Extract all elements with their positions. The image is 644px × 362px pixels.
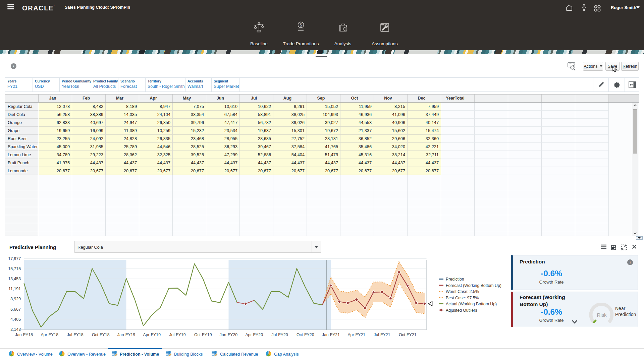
svg-text:Oct-FY20: Oct-FY20 (297, 333, 314, 337)
svg-text:Jul-FY21: Jul-FY21 (374, 333, 390, 337)
svg-text:Jan-FY19: Jan-FY19 (117, 333, 135, 337)
svg-text:Jul-FY18: Jul-FY18 (67, 333, 83, 337)
svg-text:Jul-FY20: Jul-FY20 (271, 333, 288, 337)
svg-text:8,929: 8,929 (10, 297, 21, 301)
svg-text:Jul-FY19: Jul-FY19 (169, 333, 185, 337)
svg-text:Apr-FY18: Apr-FY18 (41, 333, 58, 337)
svg-text:13,453: 13,453 (8, 277, 21, 281)
svg-text:Oct-FY19: Oct-FY19 (194, 333, 212, 337)
svg-text:$: $ (300, 22, 302, 27)
svg-text:Oct-FY21: Oct-FY21 (399, 333, 417, 337)
svg-text:Apr-FY21: Apr-FY21 (347, 333, 365, 337)
svg-text:4,405: 4,405 (10, 317, 21, 322)
svg-text:6,667: 6,667 (10, 307, 21, 312)
svg-text:Apr-FY20: Apr-FY20 (245, 333, 263, 337)
svg-text:Apr-FY19: Apr-FY19 (143, 333, 161, 337)
svg-text:11,191: 11,191 (8, 287, 21, 291)
svg-text:Jan-FY18: Jan-FY18 (15, 333, 33, 337)
svg-text:15,715: 15,715 (8, 266, 21, 271)
svg-text:2,143: 2,143 (10, 327, 21, 332)
svg-text:Jan-FY21: Jan-FY21 (322, 333, 340, 337)
svg-text:17,977: 17,977 (8, 256, 21, 261)
svg-text:Jan-FY20: Jan-FY20 (220, 333, 237, 337)
svg-text:Oct-FY18: Oct-FY18 (92, 333, 110, 337)
